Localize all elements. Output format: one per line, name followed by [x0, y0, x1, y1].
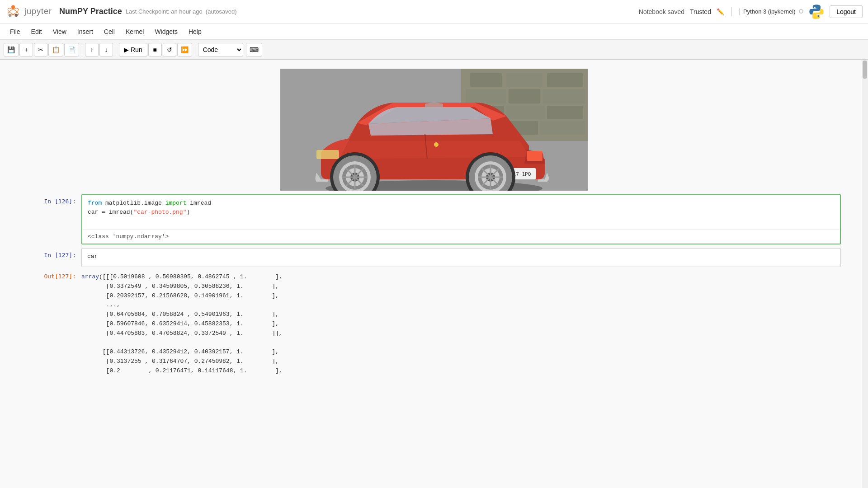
menu-file[interactable]: File — [5, 26, 25, 37]
menu-bar: File Edit View Insert Cell Kernel Widget… — [0, 23, 868, 40]
cell-127-body[interactable]: car — [81, 248, 841, 267]
cell-126-body[interactable]: from matplotlib.image import imread car … — [81, 194, 841, 244]
svg-point-6 — [814, 6, 815, 8]
keyboard-shortcuts-button[interactable]: ⌨ — [246, 43, 262, 56]
jupyter-logo-icon — [5, 4, 21, 19]
cut-cell-button[interactable]: ✂ — [34, 43, 47, 56]
restart-run-all-button[interactable]: ⏩ — [177, 43, 192, 56]
toolbar-separator-2 — [116, 44, 116, 55]
car-image-output: 817 1PQ — [0, 69, 868, 191]
save-button[interactable]: 💾 — [4, 43, 19, 56]
cell-127-container: In [127]: car — [27, 248, 841, 267]
logo-area: jupyter — [5, 4, 52, 19]
cell-127-prompt: In [127]: — [27, 248, 81, 267]
checkpoint-text: Last Checkpoint: an hour ago (autosaved) — [126, 8, 237, 15]
notebook-area: 817 1PQ — [0, 60, 868, 488]
run-cell-button[interactable]: ▶ Run — [119, 43, 147, 56]
code-string: "car-photo.png" — [133, 209, 186, 216]
cell-type-selector[interactable]: Code Markdown Raw — [198, 43, 243, 56]
code-keyword: from — [88, 200, 102, 206]
toolbar-separator-1 — [82, 44, 82, 55]
svg-rect-21 — [540, 121, 585, 135]
cell-126-prompt: In [126]: — [27, 194, 81, 244]
svg-rect-25 — [527, 151, 542, 161]
move-cell-up-button[interactable]: ↑ — [85, 43, 99, 56]
scrollbar[interactable] — [862, 60, 868, 488]
menu-widgets[interactable]: Widgets — [150, 26, 182, 37]
car-image-svg: 817 1PQ — [280, 69, 588, 191]
svg-point-1 — [11, 5, 15, 9]
notebook-title[interactable]: NumPY Practice — [59, 7, 122, 16]
run-label: Run — [131, 46, 142, 53]
menu-kernel[interactable]: Kernel — [121, 26, 148, 37]
cell-127-output-container: Out[127]: array([[[0.5019608 , 0.5098039… — [27, 271, 841, 378]
svg-point-48 — [434, 142, 439, 147]
copy-cell-button[interactable]: 📋 — [48, 43, 63, 56]
svg-rect-17 — [506, 106, 545, 119]
kernel-info: Python 3 (ipykernel) — [739, 8, 803, 15]
trusted-badge[interactable]: Trusted — [690, 8, 711, 15]
paste-cell-button[interactable]: 📄 — [64, 43, 79, 56]
toolbar: 💾 + ✂ 📋 📄 ↑ ↓ ▶ Run ■ ↺ ⏩ Code Markdown … — [0, 40, 868, 60]
menu-cell[interactable]: Cell — [99, 26, 119, 37]
svg-rect-10 — [470, 73, 502, 87]
menu-edit[interactable]: Edit — [27, 26, 47, 37]
edit-notebook-name-button[interactable]: ✏️ — [717, 8, 724, 15]
add-cell-button[interactable]: + — [19, 43, 33, 56]
run-icon: ▶ — [124, 46, 129, 53]
python-logo-icon — [809, 4, 824, 19]
menu-view[interactable]: View — [48, 26, 71, 37]
svg-point-7 — [818, 15, 819, 16]
code-keyword2: import — [165, 200, 187, 206]
top-right-area: Notebook saved Trusted ✏️ Python 3 (ipyk… — [639, 4, 863, 19]
cell-127-code[interactable]: car — [82, 249, 840, 267]
move-cell-down-button[interactable]: ↓ — [99, 43, 113, 56]
menu-insert[interactable]: Insert — [73, 26, 98, 37]
restart-kernel-button[interactable]: ↺ — [163, 43, 176, 56]
stop-kernel-button[interactable]: ■ — [148, 43, 162, 56]
scrollbar-thumb[interactable] — [863, 61, 867, 79]
svg-rect-13 — [466, 89, 506, 103]
toolbar-separator-3 — [195, 44, 195, 55]
svg-rect-18 — [547, 106, 583, 119]
divider — [731, 7, 732, 16]
svg-rect-15 — [542, 89, 585, 103]
cell-127-output-text: array([[[0.5019608 , 0.50980395, 0.48627… — [81, 271, 283, 378]
notebook-saved-status: Notebook saved — [639, 8, 684, 15]
svg-rect-11 — [506, 73, 542, 87]
cell-127-out-prompt: Out[127]: — [27, 271, 81, 378]
cell-126-output: <class 'numpy.ndarray'> — [82, 229, 840, 244]
cell-126-container: In [126]: from matplotlib.image import i… — [27, 194, 841, 244]
jupyter-brand-text: jupyter — [24, 7, 52, 16]
svg-rect-12 — [547, 73, 583, 87]
svg-rect-14 — [509, 89, 540, 103]
cell-126-code[interactable]: from matplotlib.image import imread car … — [82, 195, 840, 229]
kernel-status-circle — [799, 9, 803, 14]
menu-help[interactable]: Help — [184, 26, 206, 37]
svg-rect-24 — [316, 150, 339, 159]
logout-button[interactable]: Logout — [830, 5, 863, 18]
